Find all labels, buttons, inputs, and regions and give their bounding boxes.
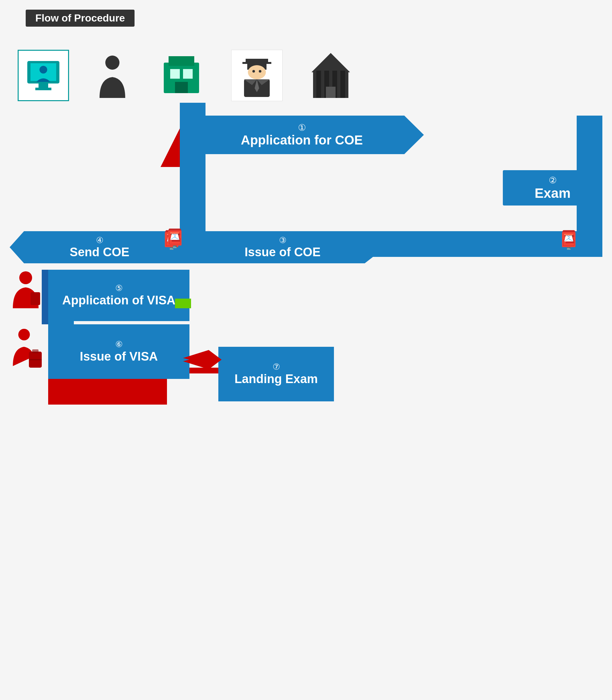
svg-point-5 [105, 56, 120, 70]
actor-company-icon [18, 50, 69, 101]
airplane-icon [183, 347, 222, 379]
step1-box: ① Application for COE [180, 116, 424, 154]
step1-label: Application for COE [241, 133, 363, 148]
step5-label: Application of VISA [62, 293, 176, 308]
svg-point-19 [252, 70, 255, 73]
svg-marker-22 [311, 53, 350, 72]
step5-green-accent [175, 299, 191, 308]
svg-rect-11 [246, 59, 268, 62]
svg-marker-34 [183, 350, 222, 369]
step1-num: ① [298, 122, 306, 133]
step6-box: ⑥ Issue of VISA [48, 324, 190, 379]
step7-box: ⑦ Landing Exam [218, 347, 334, 401]
svg-rect-8 [170, 69, 180, 79]
step3-num: ③ [279, 235, 287, 245]
svg-rect-7 [169, 56, 194, 66]
svg-rect-2 [39, 83, 48, 88]
step7-num: ⑦ [273, 362, 280, 372]
svg-point-30 [18, 329, 30, 340]
step3-label: Issue of COE [245, 245, 321, 259]
actor-embassy-icon [308, 50, 353, 101]
svg-rect-23 [316, 71, 321, 98]
svg-rect-12 [242, 62, 271, 64]
step5-num: ⑤ [115, 283, 123, 293]
svg-point-28 [19, 271, 32, 284]
step6-label: Issue of VISA [80, 349, 158, 364]
svg-rect-32 [32, 349, 39, 353]
svg-rect-10 [175, 82, 188, 93]
person-luggage-red [10, 327, 42, 370]
actor-applicant-icon [93, 50, 131, 101]
step6-num: ⑥ [115, 339, 123, 349]
step2-label: Exam [534, 186, 571, 201]
svg-point-20 [259, 70, 261, 73]
svg-point-4 [40, 66, 47, 73]
person-red-icon [10, 270, 42, 310]
svg-point-14 [248, 65, 266, 79]
step4-label: Send COE [70, 245, 129, 259]
step7-label: Landing Exam [234, 372, 318, 387]
step5-box: ⑤ Application of VISA [48, 270, 190, 321]
actor-immigration-office-icon [157, 50, 206, 101]
title-text: Flow of Procedure [35, 12, 125, 24]
red-base-bar [48, 379, 167, 405]
mailbox-icon-3b: 📮 [558, 229, 580, 250]
step3-box: ③ Issue of COE [180, 231, 385, 263]
blue-strip-left [42, 270, 48, 324]
step4-num: ④ [96, 235, 103, 245]
svg-rect-9 [183, 69, 193, 79]
svg-rect-29 [30, 292, 40, 305]
step2-box: ② Exam [503, 170, 602, 206]
actor-immigration-officer-icon [231, 50, 282, 101]
title-bar: Flow of Procedure [26, 10, 135, 27]
svg-rect-3 [35, 88, 51, 90]
svg-rect-27 [326, 87, 335, 98]
svg-rect-26 [340, 71, 345, 98]
mailbox-center: 📮 [164, 228, 186, 249]
step2-num: ② [549, 175, 557, 186]
